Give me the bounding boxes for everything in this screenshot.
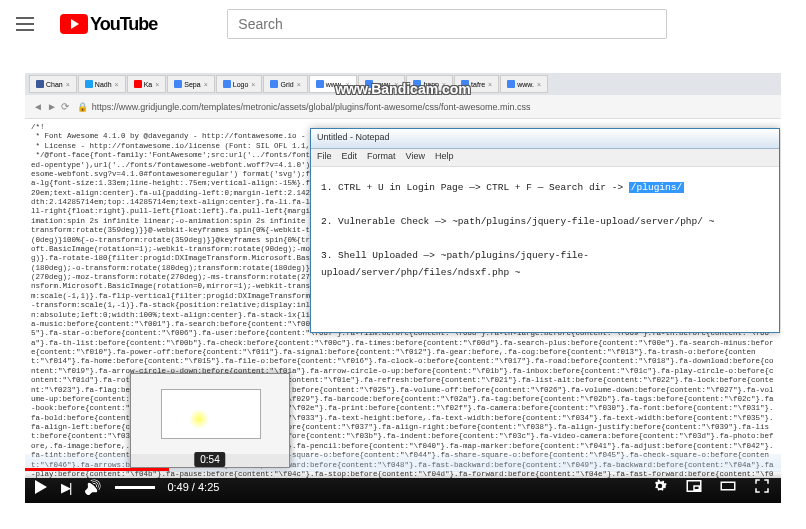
settings-icon[interactable]: [651, 477, 669, 498]
browser-tab: Logo ×: [216, 75, 263, 93]
browser-tab: Sepa ×: [167, 75, 214, 93]
hamburger-menu-icon[interactable]: [16, 12, 40, 36]
browser-tab: Nadh ×: [78, 75, 126, 93]
volume-slider[interactable]: [115, 486, 155, 489]
theater-icon[interactable]: [719, 477, 737, 498]
notepad-menu-item: View: [406, 151, 425, 161]
notepad-menu-item: Edit: [342, 151, 358, 161]
volume-icon[interactable]: [84, 479, 101, 495]
browser-tab: Ka ×: [127, 75, 167, 93]
logo-text: YouTube: [90, 14, 157, 35]
search-box: [227, 9, 667, 39]
bandicam-watermark: www.Bandicam.com: [335, 81, 471, 97]
notepad-line3: 3. Shell Uploaded —> ~path/plugins/jquer…: [321, 247, 769, 281]
reload-icon: ⟳: [61, 101, 69, 112]
notepad-highlight: /plugins/: [629, 182, 684, 193]
video-frame[interactable]: Chan ×Nadh ×Ka ×Sepa ×Logo ×Grid ×www. ×…: [25, 73, 781, 478]
browser-url-bar: ◄ ► ⟳ 🔒 https://www.gridjungle.com/templ…: [25, 95, 781, 119]
notepad-line1: 1. CTRL + U in Login Page —> CTRL + F — …: [321, 182, 629, 193]
url-text: https://www.gridjungle.com/templates/met…: [92, 102, 531, 112]
next-button[interactable]: [61, 480, 70, 495]
notepad-titlebar: Untitled - Notepad: [311, 129, 779, 149]
notepad-line2b: ~path/plugins/jquery-file-upload/server/…: [452, 216, 714, 227]
thumbnail-time: 0:54: [194, 452, 225, 467]
notepad-menu-item: Format: [367, 151, 396, 161]
player-controls: 0:49 / 4:25: [25, 471, 781, 503]
browser-tab: Grid ×: [263, 75, 307, 93]
browser-tab: Chan ×: [29, 75, 77, 93]
lock-icon: 🔒: [77, 102, 88, 112]
youtube-logo[interactable]: YouTube: [60, 14, 157, 35]
back-icon: ◄: [33, 101, 43, 112]
fullscreen-icon[interactable]: [753, 477, 771, 498]
play-button[interactable]: [35, 480, 47, 494]
notepad-line2a: 2. Vulnerable Check —>: [321, 216, 452, 227]
notepad-menu-item: File: [317, 151, 332, 161]
video-player: Chan ×Nadh ×Ka ×Sepa ×Logo ×Grid ×www. ×…: [25, 73, 781, 503]
notepad-window: Untitled - Notepad FileEditFormatViewHel…: [310, 128, 780, 333]
seek-thumbnail: 0:54: [130, 373, 290, 468]
notepad-menu-item: Help: [435, 151, 454, 161]
youtube-header: YouTube: [0, 0, 806, 48]
time-display: 0:49 / 4:25: [167, 481, 219, 493]
notepad-menubar: FileEditFormatViewHelp: [311, 149, 779, 167]
notepad-content: 1. CTRL + U in Login Page —> CTRL + F — …: [311, 167, 779, 294]
forward-icon: ►: [47, 101, 57, 112]
miniplayer-icon[interactable]: [685, 477, 703, 498]
svg-rect-0: [721, 482, 735, 490]
search-input[interactable]: [227, 9, 667, 39]
play-logo-icon: [60, 14, 88, 34]
browser-tab: www. ×: [500, 75, 548, 93]
